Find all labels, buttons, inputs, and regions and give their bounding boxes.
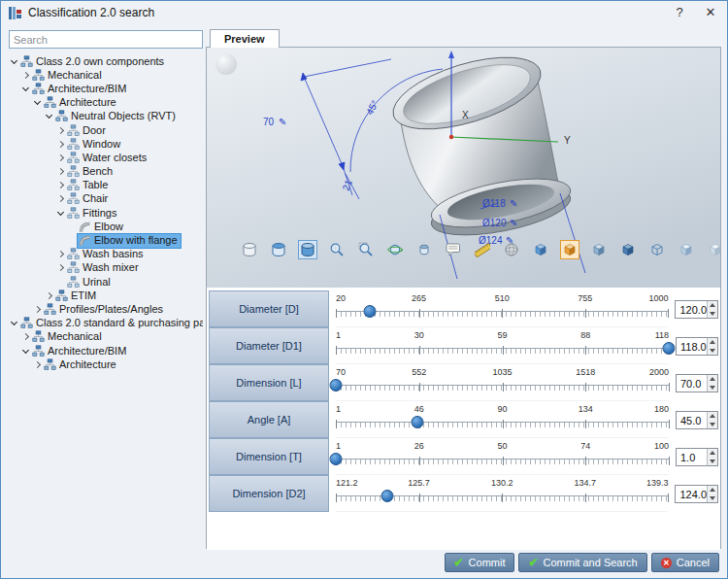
commit-and-search-button[interactable]: ✔ Commit and Search bbox=[518, 553, 646, 572]
cylinder-solid-icon[interactable] bbox=[298, 240, 317, 259]
slider-thumb[interactable] bbox=[381, 490, 394, 502]
spin-down-button[interactable] bbox=[708, 310, 717, 319]
dim-d-edit-icon[interactable]: ✎ bbox=[510, 218, 517, 228]
tree-item-elbow-with-flange[interactable]: Elbow with flange bbox=[5, 233, 203, 247]
slider-rail[interactable] bbox=[336, 311, 668, 317]
cylinder-small-icon[interactable] bbox=[414, 240, 434, 259]
box-steel-icon[interactable] bbox=[589, 240, 609, 259]
expander-collapsed-icon[interactable] bbox=[55, 139, 66, 150]
value-input[interactable]: 120.0 bbox=[675, 300, 718, 319]
spin-up-button[interactable] bbox=[708, 301, 717, 310]
expander-expanded-icon[interactable] bbox=[9, 318, 19, 328]
expander-collapsed-icon[interactable] bbox=[55, 125, 66, 136]
slider-thumb[interactable] bbox=[363, 305, 376, 318]
slider-rail[interactable] bbox=[336, 422, 669, 427]
value-input[interactable]: 1.0 bbox=[676, 448, 718, 466]
box-pale-icon[interactable] bbox=[706, 240, 720, 259]
tree-item-mechanical[interactable]: Mechanical bbox=[5, 330, 203, 344]
slider-rail[interactable] bbox=[336, 348, 669, 354]
slider-rail[interactable] bbox=[336, 495, 668, 501]
expander-expanded-icon[interactable] bbox=[32, 97, 43, 108]
slider-thumb[interactable] bbox=[330, 379, 343, 392]
expander-collapsed-icon[interactable] bbox=[55, 262, 66, 273]
tree-item-class-2-0-own-components[interactable]: Class 2.0 own components bbox=[5, 54, 203, 68]
expander-collapsed-icon[interactable] bbox=[20, 331, 31, 342]
slider-track[interactable]: 1305988118 bbox=[336, 327, 669, 364]
spin-down-button[interactable] bbox=[708, 384, 717, 392]
tree-item-chair[interactable]: Chair bbox=[5, 192, 203, 206]
tree-item-architecture-bim[interactable]: Architecture/BIM bbox=[5, 82, 203, 95]
tree-item-table[interactable]: Table bbox=[5, 179, 203, 192]
help-button[interactable]: ? bbox=[665, 1, 694, 23]
slider-rail[interactable] bbox=[336, 385, 669, 391]
tree-item-water-closets[interactable]: Water closets bbox=[5, 151, 203, 164]
expander-expanded-icon[interactable] bbox=[20, 346, 31, 357]
expander-expanded-icon[interactable] bbox=[20, 84, 31, 94]
search-input[interactable] bbox=[9, 30, 203, 49]
slider-thumb[interactable] bbox=[330, 453, 343, 465]
dim-length-label[interactable]: 70 bbox=[263, 117, 275, 127]
box-wire-icon[interactable] bbox=[647, 240, 667, 259]
dim-d1-label[interactable]: Ø118 bbox=[482, 198, 506, 209]
box-orange-icon[interactable] bbox=[560, 240, 579, 259]
box-dark-icon[interactable] bbox=[618, 240, 638, 259]
tree-item-window[interactable]: Window bbox=[5, 137, 203, 151]
tree-item-etim[interactable]: ETIM bbox=[5, 289, 203, 302]
cylinder-outline-icon[interactable] bbox=[240, 240, 259, 259]
expander-collapsed-icon[interactable] bbox=[55, 153, 66, 163]
dim-length-edit-icon[interactable]: ✎ bbox=[279, 117, 286, 127]
tree-item-class-2-0-standard-purchasing-parts[interactable]: Class 2.0 standard & purchasing parts bbox=[5, 317, 203, 330]
box-blue-icon[interactable] bbox=[531, 240, 550, 259]
expander-collapsed-icon[interactable] bbox=[55, 180, 66, 190]
tree-item-architecture[interactable]: Architecture bbox=[5, 96, 203, 110]
measure-icon[interactable] bbox=[473, 240, 492, 259]
spin-down-button[interactable] bbox=[708, 347, 717, 356]
close-button[interactable]: ✕ bbox=[696, 1, 725, 23]
dim-d-label[interactable]: Ø120 bbox=[482, 218, 507, 228]
expander-collapsed-icon[interactable] bbox=[32, 359, 43, 370]
spin-up-button[interactable] bbox=[708, 338, 717, 347]
value-input[interactable]: 45.0 bbox=[676, 411, 718, 429]
nav-sphere[interactable] bbox=[215, 53, 237, 75]
cylinder-half-icon[interactable] bbox=[269, 240, 288, 259]
value-input[interactable]: 70.0 bbox=[676, 374, 718, 392]
expander-collapsed-icon[interactable] bbox=[32, 304, 43, 315]
orbit-view-icon[interactable] bbox=[385, 240, 405, 259]
slider-track[interactable]: 121.2125.7130.2134.7139.3 bbox=[336, 475, 668, 512]
expander-collapsed-icon[interactable] bbox=[55, 166, 66, 177]
value-input[interactable]: 118.0 bbox=[676, 337, 718, 356]
tab-preview[interactable]: Preview bbox=[210, 29, 280, 48]
spin-down-button[interactable] bbox=[708, 494, 717, 503]
tree-item-elbow[interactable]: Elbow bbox=[5, 220, 203, 233]
slider-track[interactable]: 70552103515182000 bbox=[336, 364, 669, 401]
spin-up-button[interactable] bbox=[708, 412, 717, 421]
spin-up-button[interactable] bbox=[708, 486, 717, 494]
tree-item-door[interactable]: Door bbox=[5, 123, 203, 137]
mesh-sphere-icon[interactable] bbox=[502, 240, 521, 259]
cancel-button[interactable]: ✕ Cancel bbox=[651, 553, 719, 572]
box-light-icon[interactable] bbox=[677, 240, 696, 259]
slider-thumb[interactable] bbox=[412, 416, 424, 428]
zoom-window-icon[interactable] bbox=[356, 240, 376, 259]
tree-item-bench[interactable]: Bench bbox=[5, 165, 203, 179]
expander-collapsed-icon[interactable] bbox=[55, 193, 66, 204]
annotation-icon[interactable] bbox=[444, 240, 463, 259]
tree-item-mechanical[interactable]: Mechanical bbox=[5, 68, 203, 82]
tree-item-architecture[interactable]: Architecture bbox=[5, 358, 203, 371]
expander-expanded-icon[interactable] bbox=[44, 111, 54, 121]
value-input[interactable]: 124.0 bbox=[675, 485, 718, 503]
tree-item-architecture-bim[interactable]: Architecture/BIM bbox=[5, 344, 203, 358]
tree-item-wash-mixer[interactable]: Wash mixer bbox=[5, 261, 203, 275]
tree-item-wash-basins[interactable]: Wash basins bbox=[5, 248, 203, 261]
slider-thumb[interactable] bbox=[663, 342, 676, 355]
commit-button[interactable]: ✔ Commit bbox=[445, 553, 515, 572]
spin-down-button[interactable] bbox=[708, 421, 717, 429]
tree-item-urinal[interactable]: Urinal bbox=[5, 275, 203, 289]
expander-collapsed-icon[interactable] bbox=[55, 249, 66, 259]
slider-track[interactable]: 14690134180 bbox=[336, 401, 669, 438]
tree-item-neutral-objects-rvt[interactable]: Neutral Objects (RVT) bbox=[5, 110, 203, 123]
spin-up-button[interactable] bbox=[708, 449, 717, 458]
preview-3d-viewport[interactable]: X Y 70 ✎ bbox=[207, 48, 720, 288]
expander-collapsed-icon[interactable] bbox=[20, 70, 31, 81]
slider-rail[interactable] bbox=[336, 459, 669, 464]
